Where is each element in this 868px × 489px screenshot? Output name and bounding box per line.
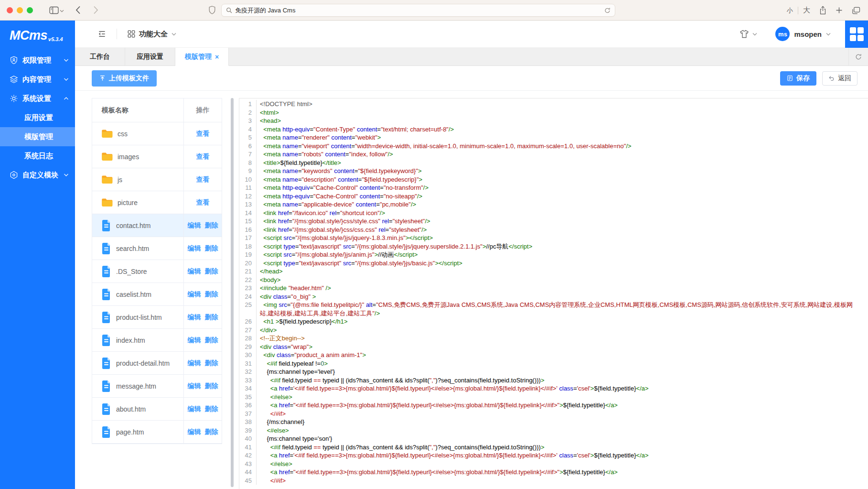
app-logo[interactable]: MCms v5.3.4 — [0, 21, 75, 48]
code-text[interactable]: <!DOCTYPE html> — [257, 100, 868, 109]
delete-link[interactable]: 删除 — [205, 313, 218, 322]
code-text[interactable]: <meta name="keywords" content="${field.t… — [257, 167, 868, 175]
sidebar-item-system-settings[interactable]: 系统设置 — [0, 89, 75, 108]
file-row-about.htm[interactable]: about.htm编辑删除 — [92, 398, 222, 421]
save-button[interactable]: 保存 — [780, 71, 816, 86]
file-row-product-list.htm[interactable]: product-list.htm编辑删除 — [92, 306, 222, 329]
code-text[interactable]: <meta http-equiv="Content-Type" content=… — [257, 125, 868, 134]
file-row-caselist.htm[interactable]: caselist.htm编辑删除 — [92, 283, 222, 306]
code-text[interactable]: <meta name="robots" content="index, foll… — [257, 150, 868, 159]
file-row-css[interactable]: css查看 — [92, 122, 222, 145]
code-text[interactable]: <!--正文begin--> — [257, 334, 868, 343]
edit-link[interactable]: 编辑 — [188, 290, 201, 299]
fullscreen-window-button[interactable] — [27, 7, 33, 13]
browser-sidebar-icon[interactable] — [49, 6, 59, 14]
code-editor[interactable]: 1<!DOCTYPE html>2<html>3<head>4 <meta ht… — [239, 98, 868, 489]
code-text[interactable]: <#if field.typeid == typeid || (ids?has_… — [257, 376, 868, 385]
edit-link[interactable]: 编辑 — [188, 313, 201, 322]
code-text[interactable]: </#if> — [257, 477, 868, 485]
file-list-scrollbar[interactable] — [231, 98, 234, 487]
edit-link[interactable]: 编辑 — [188, 267, 201, 276]
delete-link[interactable]: 删除 — [205, 382, 218, 391]
code-text[interactable]: <link href="/{ms:global.style/}css/style… — [257, 217, 868, 226]
view-link[interactable]: 查看 — [196, 198, 210, 207]
edit-link[interactable]: 编辑 — [188, 221, 201, 230]
code-text[interactable]: <title>${field.typetitle}</title> — [257, 159, 868, 167]
sidebar-item-permission-management[interactable]: 权限管理 — [0, 51, 75, 70]
file-row-message.htm[interactable]: message.htm编辑删除 — [92, 375, 222, 398]
file-row-search.htm[interactable]: search.htm编辑删除 — [92, 237, 222, 260]
edit-link[interactable]: 编辑 — [188, 428, 201, 436]
code-text[interactable]: <meta http-equiv="Cache-Control" content… — [257, 184, 868, 192]
file-row-contact.htm[interactable]: contact.htm编辑删除 — [92, 214, 222, 237]
privacy-shield-icon[interactable] — [209, 6, 215, 16]
delete-link[interactable]: 删除 — [205, 221, 218, 230]
file-row-.DS_Store[interactable]: .DS_Store编辑删除 — [92, 260, 222, 283]
code-text[interactable]: <meta name="renderer" content="webkit"> — [257, 133, 868, 142]
zoom-out-label[interactable]: 小 — [787, 6, 793, 15]
code-text[interactable]: <a href='<#if field.type==3>{ms:global.h… — [257, 451, 868, 460]
code-text[interactable]: <img src="{@ms:file field.typelitpic/}" … — [257, 301, 868, 317]
code-text[interactable]: <script src="/{ms:global.style/}js/jquer… — [257, 234, 868, 242]
new-tab-icon[interactable] — [836, 7, 843, 14]
code-text[interactable]: <#if field.typeid == typeid || (ids?has_… — [257, 443, 868, 452]
code-text[interactable]: <script src="/{ms:global.style/}js/anim.… — [257, 250, 868, 259]
code-text[interactable]: </#if> — [257, 410, 868, 418]
code-text[interactable]: <script type="text/javascript" src="/{ms… — [257, 242, 868, 251]
zoom-in-label[interactable]: 大 — [803, 6, 810, 15]
code-text[interactable]: <link href="/favicon.ico" rel="shortcut … — [257, 209, 868, 217]
code-text[interactable]: <h1 >${field.typedescrip}</h1> — [257, 317, 868, 326]
code-text[interactable]: <#else> — [257, 460, 868, 468]
code-text[interactable]: <a href="<#if field.type==3>{ms:global.h… — [257, 468, 868, 477]
upload-template-button[interactable]: 上传模板文件 — [92, 70, 157, 87]
sidebar-item-custom-module[interactable]: 自定义模块 — [0, 165, 75, 185]
code-text[interactable]: <a href="<#if field.type==3>{ms:global.h… — [257, 401, 868, 410]
delete-link[interactable]: 删除 — [205, 359, 218, 368]
user-menu[interactable]: ms msopen — [775, 27, 831, 41]
file-row-picture[interactable]: picture查看 — [92, 191, 222, 214]
code-text[interactable]: <html> — [257, 109, 868, 117]
code-text[interactable]: <meta http-equiv="Cache-Control" content… — [257, 192, 868, 201]
edit-link[interactable]: 编辑 — [188, 359, 201, 368]
delete-link[interactable]: 删除 — [205, 405, 218, 413]
code-text[interactable]: <body> — [257, 276, 868, 284]
edit-link[interactable]: 编辑 — [188, 405, 201, 413]
page-zoom-control[interactable]: 小 大 — [787, 6, 810, 15]
browser-back-icon[interactable] — [75, 6, 81, 14]
file-row-js[interactable]: js查看 — [92, 168, 222, 191]
reload-icon[interactable] — [604, 7, 611, 14]
code-text[interactable]: <meta name="applicable-device" content="… — [257, 200, 868, 209]
close-tab-icon[interactable]: × — [215, 53, 219, 61]
sidebar-subitem-app-settings[interactable]: 应用设置 — [0, 108, 75, 127]
delete-link[interactable]: 删除 — [205, 336, 218, 345]
tab-workbench[interactable]: 工作台 — [75, 48, 125, 65]
browser-forward-icon[interactable] — [93, 6, 98, 14]
close-window-button[interactable] — [7, 7, 13, 13]
share-icon[interactable] — [819, 6, 826, 15]
code-text[interactable]: <link href="/{ms:global.style/}css/css.c… — [257, 226, 868, 234]
code-text[interactable]: <div class="wrap"> — [257, 343, 868, 351]
delete-link[interactable]: 删除 — [205, 428, 218, 436]
code-text[interactable]: <script type="text/javascript" src="/{ms… — [257, 259, 868, 268]
code-text[interactable]: <div class="product_a anim anim-1"> — [257, 351, 868, 359]
sidebar-subitem-system-log[interactable]: 系统日志 — [0, 146, 75, 165]
tab-template-management[interactable]: 模版管理× — [175, 48, 229, 66]
edit-link[interactable]: 编辑 — [188, 244, 201, 253]
code-text[interactable]: <#if field.typeleaf !=0> — [257, 359, 868, 368]
code-text[interactable]: {ms:channel type='level'} — [257, 368, 868, 376]
code-text[interactable]: <meta name="viewport" content="width=dev… — [257, 142, 868, 151]
refresh-tab-icon[interactable] — [848, 48, 868, 65]
code-text[interactable]: <#else> — [257, 393, 868, 402]
code-text[interactable]: <#include "header.htm" /> — [257, 284, 868, 293]
code-text[interactable]: </head> — [257, 267, 868, 276]
delete-link[interactable]: 删除 — [205, 290, 218, 299]
tab-app-settings[interactable]: 应用设置 — [125, 48, 175, 65]
view-link[interactable]: 查看 — [196, 130, 210, 138]
sidebar-item-content-management[interactable]: 内容管理 — [0, 70, 75, 89]
view-link[interactable]: 查看 — [196, 152, 210, 161]
minimize-window-button[interactable] — [17, 7, 23, 13]
sidebar-subitem-template-management[interactable]: 模版管理 — [0, 127, 75, 146]
apps-grid-button[interactable] — [845, 21, 868, 48]
tab-overview-icon[interactable] — [852, 7, 860, 14]
code-text[interactable]: <div class="o_big" > — [257, 293, 868, 301]
